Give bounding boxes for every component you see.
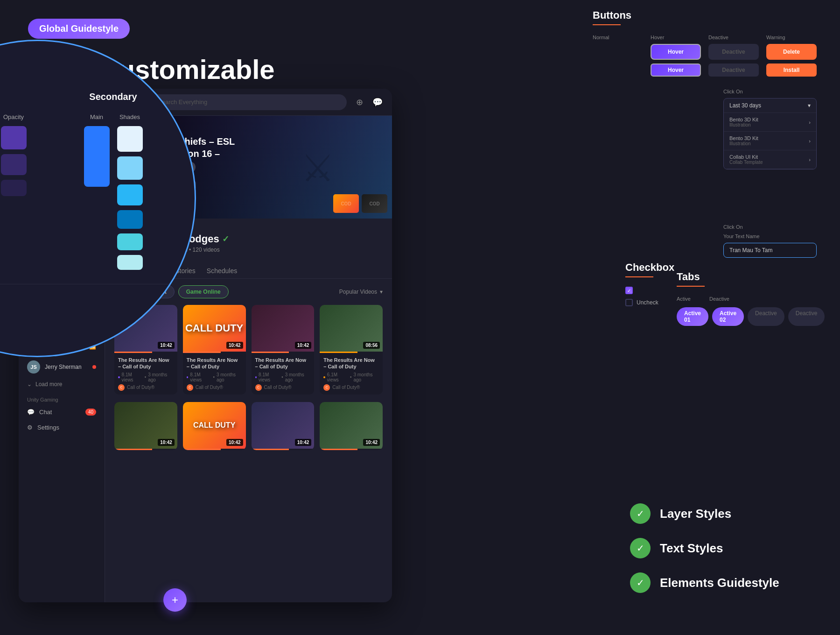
delete-btn[interactable]: Delete — [766, 44, 817, 60]
duration-1: 10:42 — [158, 342, 175, 349]
dropdown-item-1[interactable]: Bento 3D Kit Illustration › — [724, 113, 816, 132]
video-card-3[interactable]: 10:42 The Results Are Now – Call of Duty… — [252, 305, 315, 395]
dropdown-item-2[interactable]: Bento 3D Kit Illustration › — [724, 132, 816, 150]
video-thumb-8: 10:42 — [320, 402, 383, 449]
video-card-4[interactable]: 08:56 The Results Are Now – Call of Duty… — [320, 305, 383, 395]
video-info-3: The Results Are Now – Call of Duty 8.1M … — [252, 353, 315, 395]
check-icon-2: ✓ — [630, 538, 651, 558]
video-title-2: The Results Are Now – Call of Duty — [187, 357, 242, 370]
hover-label: Hover — [651, 35, 701, 40]
dropdown-item-3[interactable]: Collab UI Kit Collab Template › — [724, 150, 816, 169]
video-thumb-3: 10:42 — [252, 305, 315, 352]
video-info-1: The Results Are Now – Call of Duty 8.1M … — [114, 353, 177, 395]
video-card-7[interactable]: 10:42 — [252, 402, 315, 450]
text-field-demo[interactable]: Tran Mau To Tam — [723, 243, 817, 258]
checkbox-checked[interactable]: ✓ — [625, 287, 633, 294]
video-card-2[interactable]: CALL DUTY 10:42 The Results Are Now – Ca… — [183, 305, 246, 395]
hero-thumbnails — [333, 194, 387, 213]
video-card-6[interactable]: CALL DUTY 10:42 — [183, 402, 246, 450]
checkbox-title: Checkbox — [625, 261, 719, 274]
chat-icon: 💬 — [27, 409, 35, 416]
checkbox-item-uncheck: Uncheck — [625, 299, 719, 306]
publisher-2: C Call of Duty® — [187, 384, 242, 391]
jerry-avatar: JS — [27, 360, 40, 374]
chevron-right-icon: › — [809, 120, 811, 125]
duration-2: 10:42 — [226, 342, 243, 349]
hover-btn-2[interactable]: Hover — [651, 64, 701, 77]
sidebar-settings[interactable]: ⚙ Settings — [19, 420, 105, 435]
active-tab-01[interactable]: Active 01 — [677, 307, 708, 326]
deactive-tab-02[interactable]: Deactive — [788, 307, 825, 326]
right-panel: Buttons Normal · Hover Hover Hover Deact… — [420, 0, 840, 635]
deactive-btn[interactable]: Deactive — [708, 44, 759, 60]
sidebar-chat[interactable]: 💬 Chat 40 — [19, 404, 105, 420]
plus-header-icon[interactable]: ⊕ — [356, 97, 363, 107]
deactive-btn-2[interactable]: Deactive — [708, 64, 759, 77]
chat-header-icon[interactable]: 💬 — [372, 97, 383, 107]
click-on-lower-label: Click On — [723, 224, 817, 230]
feature-text-styles: ✓ Text Styles — [630, 538, 817, 558]
load-more-btn[interactable]: ⌄ Load more — [19, 377, 105, 391]
chevron-down-icon2: ⌄ — [27, 381, 32, 388]
feature-label-2: Text Styles — [660, 541, 723, 556]
dark-grey-label: Dark - Grey — [0, 294, 171, 306]
blue-shade-2 — [117, 156, 143, 180]
checkbox-unchecked[interactable] — [625, 299, 633, 306]
video-info-2: The Results Are Now – Call of Duty 8.1M … — [183, 353, 246, 395]
plus-button[interactable]: + — [163, 588, 187, 612]
video-thumb-7: 10:42 — [252, 402, 315, 449]
video-title-3: The Results Are Now – Call of Duty — [255, 357, 311, 370]
tab-schedules[interactable]: Schedules — [207, 263, 237, 278]
video-title-1: The Results Are Now – Call of Duty — [118, 357, 174, 370]
progress-bar-8 — [320, 449, 357, 450]
video-info-4: The Results Are Now – Call of Duty 6.1M … — [320, 353, 383, 395]
deactive-tab-01[interactable]: Deactive — [748, 307, 784, 326]
jerry-name: Jerry Sherman — [45, 364, 88, 370]
follow-jerry[interactable]: JS Jerry Sherman — [19, 357, 105, 377]
secondary-main-col: Main — [84, 113, 110, 275]
view-dot-3 — [255, 376, 257, 378]
duration-6: 10:42 — [226, 439, 243, 446]
warning-col: Warning Delete Install — [766, 35, 817, 77]
popular-videos-select[interactable]: Popular Videos ▾ — [339, 289, 383, 295]
sec-shades-col-label: Shades — [117, 113, 143, 120]
pub-icon-3: C — [255, 384, 262, 391]
dropdown-demo[interactable]: Last 30 days ▾ Bento 3D Kit Illustration… — [723, 98, 817, 169]
checkbox-item-1: ✓ — [625, 287, 719, 294]
hover-btn[interactable]: Hover — [651, 44, 701, 60]
install-btn[interactable]: Install — [766, 64, 817, 77]
normal-col: Normal · — [593, 35, 643, 77]
circle-content: Primary Main Shades Opacity — [0, 92, 171, 306]
checkbox-demo: ✓ Uncheck — [625, 287, 719, 306]
video-grid-row1: 10:42 The Results Are Now – Call of Duty… — [105, 305, 392, 402]
feature-label-1: Layer Styles — [660, 507, 731, 521]
dropdown-header[interactable]: Last 30 days ▾ — [724, 99, 816, 113]
search-bar[interactable]: 🔍 Search Everything — [140, 94, 347, 110]
feature-elements-guidestyle: ✓ Elements Guidestyle — [630, 572, 817, 593]
opacity-swatch-2 — [1, 154, 27, 175]
check-icon-1: ✓ — [630, 503, 651, 524]
blue-shade-1 — [117, 126, 143, 152]
check-icon-3: ✓ — [630, 572, 651, 593]
primary-color-cols: Main Shades Opacity — [0, 113, 27, 203]
video-card-5[interactable]: 10:42 — [114, 402, 177, 450]
active-tab-02[interactable]: Active 02 — [712, 307, 744, 326]
duration-3: 10:42 — [295, 342, 312, 349]
feature-label-3: Elements Guidestyle — [660, 576, 779, 590]
progress-bar-7 — [252, 449, 289, 450]
view-dot-4 — [323, 376, 325, 378]
settings-icon: ⚙ — [27, 424, 33, 431]
hero-thumb-2[interactable] — [362, 194, 387, 213]
video-grid-row2: 10:42 CALL DUTY 10:42 10:42 — [105, 402, 392, 458]
video-meta-1: 8.1M views • 3 months ago — [118, 372, 174, 382]
chevron-right-icon3: › — [809, 157, 811, 162]
progress-bar-5 — [114, 449, 152, 450]
chevron-right-icon2: › — [809, 138, 811, 144]
chip-game-online[interactable]: Game Online — [178, 285, 229, 298]
blue-shade-6 — [117, 255, 143, 270]
view-dot-1 — [118, 376, 120, 378]
video-thumb-2: CALL DUTY 10:42 — [183, 305, 246, 352]
hero-thumb-1[interactable] — [333, 194, 359, 213]
video-thumb-5: 10:42 — [114, 402, 177, 449]
video-card-8[interactable]: 10:42 — [320, 402, 383, 450]
